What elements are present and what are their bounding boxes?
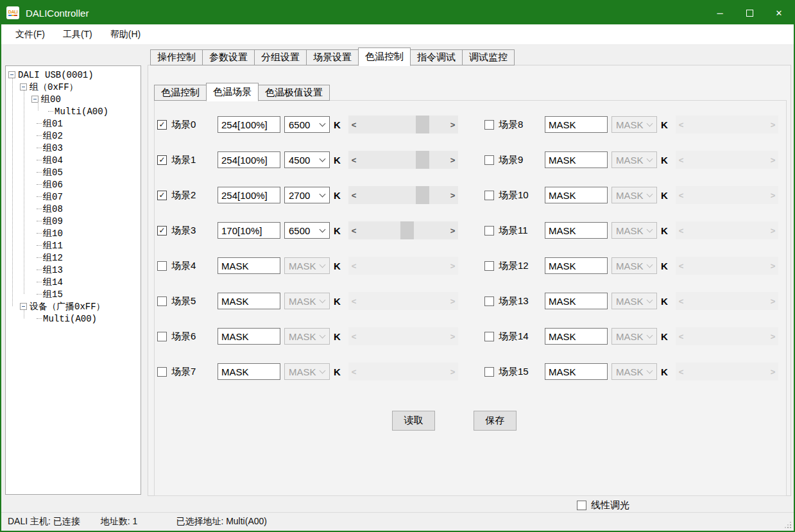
color-temp-scrollbar[interactable]: < > — [348, 186, 458, 204]
scroll-right-icon[interactable]: > — [767, 116, 778, 133]
tree-item[interactable]: 组09 — [6, 215, 141, 227]
scene-checkbox[interactable] — [484, 367, 494, 377]
color-temp-combobox[interactable]: 4500 — [284, 151, 330, 168]
color-temp-combobox[interactable]: MASK — [284, 363, 330, 380]
scrollbar-thumb[interactable] — [400, 221, 414, 239]
color-temp-scrollbar[interactable]: < > — [676, 363, 778, 381]
scroll-left-icon[interactable]: < — [676, 292, 687, 310]
collapse-icon[interactable] — [20, 303, 27, 310]
color-temp-combobox[interactable]: 6500 — [284, 222, 330, 239]
scrollbar-thumb[interactable] — [416, 151, 429, 169]
tree-item[interactable]: 组12 — [6, 252, 141, 264]
scroll-left-icon[interactable]: < — [676, 151, 687, 169]
scroll-left-icon[interactable]: < — [676, 257, 687, 275]
tree-item[interactable]: 组07 — [6, 191, 141, 203]
tree-item[interactable]: 组14 — [6, 276, 141, 288]
scroll-left-icon[interactable]: < — [676, 363, 687, 381]
level-input[interactable] — [218, 293, 280, 309]
scroll-right-icon[interactable]: > — [767, 151, 778, 169]
tree-item[interactable]: 组01 — [6, 117, 141, 130]
tab-color-temp-control[interactable]: 色温控制 — [358, 47, 411, 66]
tree-item[interactable]: Multi(A00) — [6, 313, 141, 325]
level-input[interactable] — [218, 187, 280, 203]
tab-grouping-settings[interactable]: 分组设置 — [254, 49, 307, 65]
scroll-right-icon[interactable]: > — [767, 292, 778, 310]
scroll-right-icon[interactable]: > — [447, 257, 458, 275]
scrollbar-thumb[interactable] — [416, 186, 429, 204]
save-button[interactable]: 保存 — [474, 411, 517, 431]
level-input[interactable] — [545, 363, 608, 380]
minimize-button[interactable]: ─ — [705, 1, 735, 24]
color-temp-combobox[interactable]: MASK — [284, 257, 330, 274]
scene-checkbox[interactable] — [157, 191, 167, 200]
scene-checkbox[interactable] — [484, 226, 494, 236]
color-temp-combobox[interactable]: MASK — [611, 116, 657, 133]
scene-checkbox[interactable] — [157, 296, 167, 306]
scroll-left-icon[interactable]: < — [676, 327, 687, 345]
scene-checkbox[interactable] — [157, 226, 167, 236]
scroll-right-icon[interactable]: > — [767, 327, 778, 345]
tree-item[interactable]: 设备（广播0xFF） — [6, 300, 141, 313]
tree-item[interactable]: Multi(A00) — [6, 105, 141, 117]
tree-item[interactable]: 组15 — [6, 288, 141, 300]
color-temp-scrollbar[interactable]: < > — [348, 363, 458, 381]
tree-item[interactable]: 组04 — [6, 154, 141, 166]
level-input[interactable] — [218, 222, 280, 239]
level-input[interactable] — [545, 293, 608, 309]
color-temp-combobox[interactable]: MASK — [611, 293, 657, 309]
tree-item[interactable]: 组06 — [6, 178, 141, 191]
color-temp-scrollbar[interactable]: < > — [676, 221, 778, 239]
maximize-button[interactable] — [735, 1, 764, 24]
scene-checkbox[interactable] — [484, 191, 494, 200]
scroll-right-icon[interactable]: > — [447, 186, 458, 204]
scroll-right-icon[interactable]: > — [447, 327, 458, 345]
level-input[interactable] — [218, 328, 280, 345]
scene-checkbox[interactable] — [157, 120, 167, 130]
scroll-left-icon[interactable]: < — [348, 186, 359, 204]
color-temp-scrollbar[interactable]: < > — [348, 116, 458, 133]
tree-item[interactable]: 组00 — [6, 93, 141, 105]
scroll-left-icon[interactable]: < — [676, 221, 687, 239]
color-temp-scrollbar[interactable]: < > — [676, 116, 778, 133]
level-input[interactable] — [218, 151, 280, 168]
menu-file[interactable]: 文件(F) — [6, 24, 54, 44]
color-temp-combobox[interactable]: MASK — [611, 363, 657, 380]
scrollbar-thumb[interactable] — [416, 116, 429, 133]
scene-checkbox[interactable] — [157, 155, 167, 165]
subtab-color-temp-control[interactable]: 色温控制 — [154, 85, 207, 101]
collapse-icon[interactable] — [20, 83, 27, 90]
tree-item[interactable]: 组03 — [6, 142, 141, 154]
tab-command-debug[interactable]: 指令调试 — [410, 49, 463, 65]
level-input[interactable] — [218, 363, 280, 380]
subtab-color-temp-limits[interactable]: 色温极值设置 — [258, 85, 330, 101]
color-temp-scrollbar[interactable]: < > — [676, 186, 778, 204]
scroll-left-icon[interactable]: < — [348, 363, 359, 381]
scene-checkbox[interactable] — [484, 296, 494, 306]
scroll-left-icon[interactable]: < — [676, 186, 687, 204]
scene-checkbox[interactable] — [484, 120, 494, 130]
scroll-right-icon[interactable]: > — [447, 363, 458, 381]
scroll-right-icon[interactable]: > — [447, 292, 458, 310]
scroll-right-icon[interactable]: > — [447, 116, 458, 133]
tree-item[interactable]: 组02 — [6, 130, 141, 142]
tree-item[interactable]: 组08 — [6, 203, 141, 215]
color-temp-scrollbar[interactable]: < > — [348, 257, 458, 275]
color-temp-scrollbar[interactable]: < > — [676, 257, 778, 275]
color-temp-combobox[interactable]: MASK — [611, 187, 657, 203]
scene-checkbox[interactable] — [484, 332, 494, 341]
tree-item[interactable]: 组05 — [6, 166, 141, 178]
color-temp-scrollbar[interactable]: < > — [676, 292, 778, 310]
tree-item[interactable]: 组11 — [6, 239, 141, 252]
collapse-icon[interactable] — [8, 71, 15, 78]
level-input[interactable] — [545, 328, 608, 345]
scroll-left-icon[interactable]: < — [348, 327, 359, 345]
color-temp-combobox[interactable]: MASK — [611, 328, 657, 345]
scroll-left-icon[interactable]: < — [676, 116, 687, 133]
level-input[interactable] — [545, 151, 608, 168]
level-input[interactable] — [545, 257, 608, 274]
read-button[interactable]: 读取 — [392, 411, 435, 431]
scene-checkbox[interactable] — [484, 261, 494, 271]
scene-checkbox[interactable] — [484, 155, 494, 165]
color-temp-scrollbar[interactable]: < > — [348, 292, 458, 310]
scroll-left-icon[interactable]: < — [348, 116, 359, 133]
